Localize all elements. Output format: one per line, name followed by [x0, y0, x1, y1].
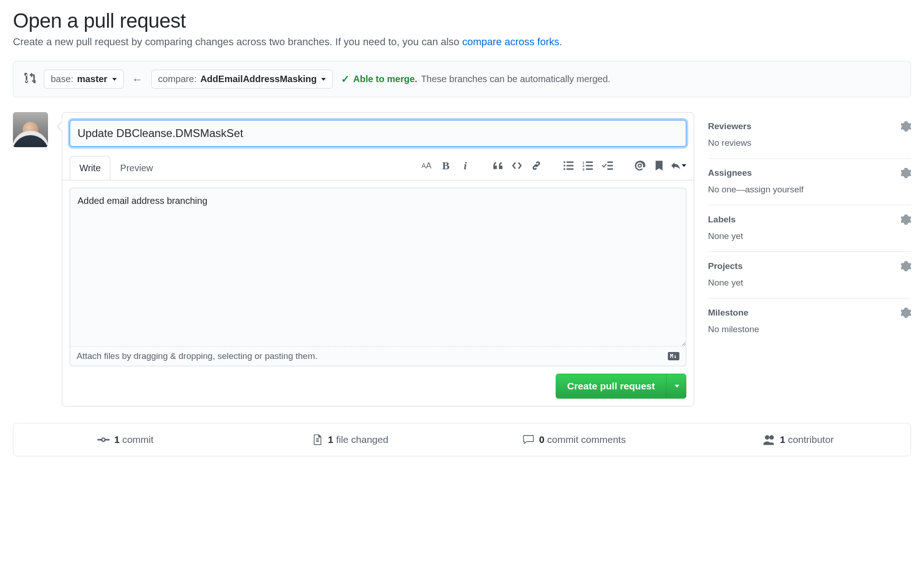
stat-contributors[interactable]: 1 contributor [686, 424, 911, 456]
stats-bar: 1 commit 1 file changed 0 commit comment… [13, 423, 911, 456]
sidebar-reviewers: Reviewers No reviews [708, 112, 911, 159]
svg-point-2 [564, 168, 565, 170]
sidebar-assignees: Assignees No one—assign yourself [708, 159, 911, 205]
link-button[interactable] [528, 158, 544, 173]
avatar[interactable] [13, 112, 48, 147]
svg-rect-9 [586, 161, 593, 163]
stat-comments-count: 0 [539, 434, 545, 445]
svg-text:3: 3 [582, 167, 584, 172]
svg-rect-11 [586, 168, 593, 170]
svg-point-1 [564, 165, 565, 167]
sidebar-labels: Labels None yet [708, 205, 911, 252]
formatting-toolbar: AA B i [406, 154, 686, 180]
pr-title-input[interactable] [70, 120, 686, 147]
compare-branch-label: compare: [158, 74, 197, 84]
stat-comments-label: commit comments [547, 434, 626, 445]
assignees-prefix: No one— [708, 185, 745, 194]
create-pr-dropdown[interactable] [666, 374, 686, 399]
sidebar-projects-title: Projects [708, 261, 743, 271]
reply-button[interactable] [671, 158, 686, 173]
stat-files-label: file changed [336, 434, 388, 445]
check-icon: ✓ [341, 73, 349, 85]
arrow-left-icon: ← [132, 73, 143, 86]
markdown-badge-icon[interactable]: M↓ [668, 352, 679, 360]
gear-icon[interactable] [901, 121, 911, 131]
svg-rect-10 [586, 165, 593, 167]
base-branch-value: master [77, 74, 108, 84]
stat-comments[interactable]: 0 commit comments [462, 424, 686, 456]
task-list-button[interactable] [600, 158, 615, 173]
base-branch-label: base: [51, 74, 73, 84]
page-title: Open a pull request [13, 9, 911, 32]
stat-files[interactable]: 1 file changed [238, 424, 462, 456]
speech-caret-icon [57, 121, 62, 132]
sidebar-projects-value: None yet [708, 278, 911, 288]
svg-rect-13 [607, 165, 613, 167]
tab-preview[interactable]: Preview [110, 156, 162, 180]
file-diff-icon [312, 434, 324, 446]
comment-icon [522, 434, 534, 446]
sidebar-reviewers-title: Reviewers [708, 121, 751, 131]
base-branch-selector[interactable]: base: master [44, 70, 124, 89]
people-icon [763, 434, 775, 446]
branch-compare-bar: base: master ← compare: AddEmailAddressM… [13, 61, 911, 97]
svg-rect-5 [567, 168, 574, 170]
sidebar: Reviewers No reviews Assignees No one—as… [708, 112, 911, 406]
gear-icon[interactable] [901, 261, 911, 271]
caret-down-icon [321, 78, 326, 81]
merge-status-detail: These branches can be automatically merg… [421, 74, 610, 84]
gear-icon[interactable] [901, 168, 911, 178]
sidebar-milestone: Milestone No milestone [708, 298, 911, 345]
bold-button[interactable]: B [438, 158, 454, 173]
pr-editor-panel: Write Preview AA B i [62, 112, 694, 406]
create-pr-button-group: Create pull request [556, 374, 686, 399]
merge-status-title: Able to merge. [353, 74, 417, 84]
editor-tabs: Write Preview [70, 155, 162, 179]
svg-rect-14 [607, 168, 613, 170]
saved-reply-button[interactable] [651, 158, 667, 173]
sidebar-milestone-value: No milestone [708, 324, 911, 334]
page-subtitle: Create a new pull request by comparing c… [13, 36, 911, 48]
unordered-list-button[interactable] [561, 158, 576, 173]
ordered-list-button[interactable]: 123 [580, 158, 596, 173]
subtitle-suffix: . [559, 36, 562, 48]
stat-commits-count: 1 [114, 434, 120, 445]
compare-forks-link[interactable]: compare across forks [462, 36, 559, 48]
italic-button[interactable]: i [457, 158, 473, 173]
svg-rect-3 [567, 161, 574, 163]
gear-icon[interactable] [901, 215, 911, 225]
svg-point-0 [564, 161, 565, 163]
heading-button[interactable]: AA [419, 158, 434, 173]
stat-files-count: 1 [328, 434, 334, 445]
stat-commits[interactable]: 1 commit [13, 424, 238, 456]
sidebar-labels-title: Labels [708, 215, 736, 225]
attach-hint-bar[interactable]: Attach files by dragging & dropping, sel… [70, 346, 686, 366]
compare-branch-selector[interactable]: compare: AddEmailAddressMasking [151, 70, 333, 89]
caret-down-icon [682, 164, 686, 167]
tab-write[interactable]: Write [70, 156, 110, 180]
caret-down-icon [675, 385, 679, 388]
quote-button[interactable] [490, 158, 505, 173]
sidebar-milestone-title: Milestone [708, 308, 749, 318]
sidebar-assignees-value: No one—assign yourself [708, 185, 911, 195]
pr-body-textarea[interactable] [70, 188, 686, 346]
subtitle-text: Create a new pull request by comparing c… [13, 36, 462, 48]
stat-contributors-count: 1 [780, 434, 786, 445]
code-button[interactable] [509, 158, 525, 173]
sidebar-assignees-title: Assignees [708, 168, 752, 178]
svg-rect-4 [567, 165, 574, 167]
create-pr-button[interactable]: Create pull request [556, 374, 666, 399]
merge-status: ✓ Able to merge. These branches can be a… [341, 73, 610, 85]
compare-branch-value: AddEmailAddressMasking [200, 74, 317, 84]
sidebar-labels-value: None yet [708, 231, 911, 241]
sidebar-reviewers-value: No reviews [708, 138, 911, 148]
sidebar-projects: Projects None yet [708, 252, 911, 298]
svg-rect-12 [607, 161, 613, 163]
gear-icon[interactable] [901, 308, 911, 318]
mention-button[interactable] [632, 158, 648, 173]
attach-hint-text: Attach files by dragging & dropping, sel… [77, 351, 318, 361]
caret-down-icon [112, 78, 117, 81]
stat-commits-label: commit [122, 434, 154, 445]
assign-yourself-link[interactable]: assign yourself [745, 185, 804, 194]
commit-icon [97, 434, 109, 446]
